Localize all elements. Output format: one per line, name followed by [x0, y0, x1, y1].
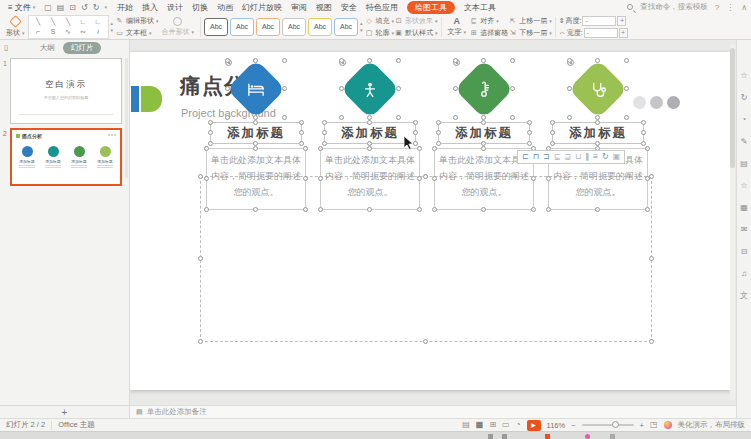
selection-handle[interactable] — [453, 115, 458, 120]
zoom-slider-knob[interactable] — [612, 421, 619, 428]
selection-handle[interactable] — [322, 120, 327, 125]
selection-handle[interactable] — [595, 120, 600, 125]
line-shape-icon[interactable]: ╲ — [51, 18, 55, 26]
selection-handle[interactable] — [432, 207, 437, 212]
more-icon[interactable]: ⋮ — [726, 3, 734, 12]
line-shape-icon[interactable]: ╲ — [66, 18, 70, 26]
panel-collapse-icon[interactable]: ▯ — [4, 43, 8, 52]
selection-handle[interactable] — [423, 174, 428, 179]
selection-handle[interactable] — [299, 120, 304, 125]
width-plus-button[interactable]: + — [619, 28, 628, 38]
search-icon[interactable] — [627, 4, 633, 10]
selection-handle[interactable] — [546, 176, 551, 181]
selection-handle[interactable] — [413, 120, 418, 125]
selection-handle[interactable] — [527, 120, 532, 125]
selection-handle[interactable] — [204, 146, 209, 151]
curve-shape-icon[interactable]: ⌐ — [36, 28, 40, 35]
tab-review[interactable]: 审阅 — [291, 2, 307, 13]
selection-handle[interactable] — [318, 176, 323, 181]
shape-effects-button[interactable]: ⊡形状效果▾ — [394, 16, 438, 26]
fill-button[interactable]: ◇填充▾ — [365, 16, 395, 26]
selection-handle[interactable] — [208, 130, 213, 135]
zoom-out-button[interactable]: − — [571, 421, 575, 430]
slide-thumbnail-1[interactable]: 空白演示 单击输入您的封面副标题 — [10, 58, 122, 124]
selection-handle[interactable] — [225, 115, 230, 120]
height-input[interactable]: - — [582, 16, 616, 26]
redo-icon[interactable]: ↻ — [93, 3, 100, 12]
send-backward-button[interactable]: ⇲下移一层▾ — [508, 28, 552, 38]
align-center-icon[interactable]: ⊓ — [533, 153, 539, 161]
help-button[interactable]: ? — [715, 3, 719, 12]
selection-handle[interactable] — [367, 120, 372, 125]
selection-handle[interactable] — [481, 58, 486, 63]
column-title-box[interactable]: 添加标题 — [552, 122, 644, 144]
right-rail-icon[interactable]: ↻ — [741, 94, 748, 102]
search-input[interactable]: 查找命令，搜索模板 — [640, 2, 708, 12]
column-title-box[interactable]: 添加标题 — [324, 122, 416, 144]
outline-button[interactable]: ▢轮廓▾ — [365, 28, 395, 38]
selection-handle[interactable] — [253, 120, 258, 125]
notes-toggle-icon[interactable]: ▤ — [462, 421, 470, 429]
bring-forward-button[interactable]: ⇱上移一层▾ — [508, 16, 552, 26]
gallery-down-icon[interactable]: ▾ — [111, 27, 114, 33]
selection-handle[interactable] — [208, 120, 213, 125]
right-rail-icon[interactable]: 文 — [740, 292, 748, 300]
right-rail-icon[interactable]: ☆ — [740, 182, 747, 190]
selection-handle[interactable] — [432, 146, 437, 151]
output-icon[interactable]: ▤ — [57, 3, 65, 12]
selection-handle[interactable] — [550, 130, 555, 135]
elbow-connector-icon[interactable]: ∟ — [80, 18, 87, 25]
selection-handle[interactable] — [253, 146, 258, 151]
tab-home[interactable]: 开始 — [117, 2, 133, 13]
rehearse-timer-icon[interactable]: ◔ — [516, 421, 521, 429]
insert-shape-button[interactable]: 形状▾ — [3, 15, 28, 39]
width-input[interactable]: - — [584, 28, 618, 38]
gallery-down-icon[interactable]: ▾ — [360, 27, 363, 33]
right-rail-icon[interactable]: ◔ — [742, 116, 747, 124]
selection-handle[interactable] — [645, 207, 650, 212]
scrollbar-thumb[interactable] — [730, 48, 735, 168]
shape-style-preset[interactable]: Abc — [282, 18, 306, 36]
textbox-button[interactable]: ▭文本框▾ — [115, 28, 159, 38]
tab-text-tools[interactable]: 文本工具 — [464, 2, 496, 13]
selection-handle[interactable] — [204, 207, 209, 212]
slide-sorter-icon[interactable]: ⊞ — [489, 421, 496, 429]
distribute-vertical-icon[interactable]: ≡ — [593, 153, 598, 161]
selection-handle[interactable] — [624, 58, 629, 63]
scribble-shape-icon[interactable]: ≀ — [97, 28, 100, 36]
collapse-ribbon-icon[interactable]: ∧ — [741, 3, 747, 12]
slides-tab[interactable]: 幻灯片 — [63, 42, 102, 54]
selection-handle[interactable] — [436, 120, 441, 125]
selection-handle[interactable] — [481, 120, 486, 125]
align-right-icon[interactable]: ⊐ — [543, 153, 550, 161]
right-rail-icon[interactable]: ☆ — [740, 72, 747, 80]
selection-handle[interactable] — [550, 141, 555, 146]
selection-handle[interactable] — [367, 58, 372, 63]
shape-style-preset[interactable]: Abc — [230, 18, 254, 36]
selection-handle[interactable] — [303, 207, 308, 212]
gallery-up-icon[interactable]: ▴ — [111, 20, 114, 26]
slideshow-play-button[interactable]: ▶ — [527, 420, 541, 431]
selection-handle[interactable] — [510, 58, 515, 63]
selection-handle[interactable] — [546, 207, 551, 212]
tab-special-features[interactable]: 特色应用 — [366, 2, 398, 13]
align-left-icon[interactable]: ⊏ — [522, 153, 529, 161]
rotate-icon[interactable]: ↻ — [602, 153, 609, 161]
right-rail-icon[interactable]: ▦ — [740, 204, 748, 212]
notes-bar[interactable]: ▤ 单击此处添加备注 — [130, 405, 736, 418]
selection-handle[interactable] — [303, 146, 308, 151]
right-rail-icon[interactable]: ✎ — [741, 138, 748, 146]
zoom-slider[interactable] — [582, 424, 634, 426]
column-title-box[interactable]: 添加标题 — [438, 122, 530, 144]
align-top-icon[interactable]: ⊑ — [554, 153, 561, 161]
selection-handle[interactable] — [198, 256, 203, 261]
reading-view-icon[interactable]: ▭ — [502, 421, 510, 429]
selection-handle[interactable] — [624, 115, 629, 120]
shape-gallery[interactable]: ╲ ╲ ╲ ∟ ∟ ⌐ S ∿ ∾ ≀ — [28, 15, 109, 39]
right-rail-icon[interactable]: ♫ — [741, 270, 747, 278]
selection-handle[interactable] — [318, 146, 323, 151]
selection-handle[interactable] — [396, 86, 401, 91]
tab-design[interactable]: 设计 — [167, 2, 183, 13]
merge-shapes-button[interactable]: 合并形状▾ — [159, 15, 198, 39]
gallery-up-icon[interactable]: ▴ — [360, 20, 363, 26]
